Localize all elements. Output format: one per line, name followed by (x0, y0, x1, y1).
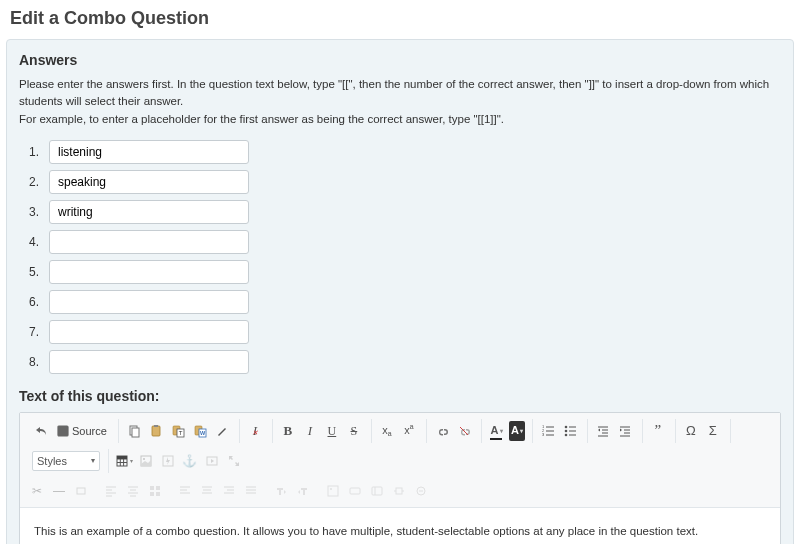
bg-color-icon[interactable]: A▾ (509, 421, 525, 441)
styles-dropdown[interactable]: Styles ▾ (32, 451, 100, 471)
answer-input-7[interactable] (49, 320, 249, 344)
tb2-ltr-icon[interactable] (271, 481, 291, 501)
blockquote-icon[interactable]: ” (648, 421, 668, 441)
paste-word-icon[interactable]: W (190, 421, 210, 441)
tb2-hr-icon[interactable]: ― (49, 481, 69, 501)
source-button[interactable]: Source (53, 421, 111, 441)
answers-help: Please enter the answers first. In the q… (19, 76, 781, 128)
help-line-2: For example, to enter a placeholder for … (19, 113, 504, 125)
styles-label: Styles (37, 455, 67, 467)
tb2-rtl-icon[interactable] (293, 481, 313, 501)
bullet-list-icon[interactable] (560, 421, 580, 441)
answer-input-2[interactable] (49, 170, 249, 194)
panel: Answers Please enter the answers first. … (6, 39, 794, 544)
answer-row: 5. (21, 260, 781, 284)
answer-row: 4. (21, 230, 781, 254)
svg-rect-37 (117, 456, 127, 459)
tb2-btn-b-icon[interactable] (367, 481, 387, 501)
anchor-icon[interactable]: ⚓ (180, 451, 200, 471)
editor-toolbar: Source T W I✕ B I U S x x (20, 413, 780, 508)
answer-number: 1. (21, 145, 49, 159)
svg-rect-70 (372, 487, 382, 495)
answer-input-5[interactable] (49, 260, 249, 284)
question-heading: Text of this question: (19, 388, 781, 404)
svg-rect-72 (396, 488, 402, 494)
paste-icon[interactable] (146, 421, 166, 441)
svg-text:3: 3 (542, 432, 545, 437)
italic-icon[interactable]: I (300, 421, 320, 441)
answer-input-8[interactable] (49, 350, 249, 374)
text-color-icon[interactable]: A▾ (487, 421, 507, 441)
copy-icon[interactable] (124, 421, 144, 441)
svg-rect-2 (132, 428, 139, 437)
answers-list: 1. 2. 3. 4. 5. 6. 7. 8. (21, 140, 781, 374)
answer-number: 4. (21, 235, 49, 249)
tb2-justify-right-icon[interactable] (219, 481, 239, 501)
embed-icon[interactable] (202, 451, 222, 471)
page-title: Edit a Combo Question (0, 0, 800, 39)
tb2-justify-center-icon[interactable] (197, 481, 217, 501)
svg-rect-52 (156, 486, 160, 490)
answer-number: 2. (21, 175, 49, 189)
paste-text-icon[interactable]: T (168, 421, 188, 441)
table-icon[interactable]: ▾ (114, 451, 134, 471)
image-icon[interactable] (136, 451, 156, 471)
svg-rect-54 (156, 492, 160, 496)
answer-input-4[interactable] (49, 230, 249, 254)
unlink-icon[interactable] (454, 421, 474, 441)
answer-number: 6. (21, 295, 49, 309)
answer-number: 3. (21, 205, 49, 219)
numbered-list-icon[interactable]: 123 (538, 421, 558, 441)
answer-number: 7. (21, 325, 49, 339)
outdent-icon[interactable] (593, 421, 613, 441)
caret-down-icon: ▾ (91, 456, 95, 465)
editor-content[interactable]: This is an example of a combo question. … (20, 508, 780, 544)
tb2-align-center-icon[interactable] (123, 481, 143, 501)
tb2-btn-d-icon[interactable] (411, 481, 431, 501)
tb2-grid1-icon[interactable] (145, 481, 165, 501)
flash-icon[interactable] (158, 451, 178, 471)
tb2-justify-left-icon[interactable] (175, 481, 195, 501)
answer-input-6[interactable] (49, 290, 249, 314)
superscript-icon[interactable]: x (399, 421, 419, 441)
svg-point-19 (565, 429, 568, 432)
svg-text:W: W (200, 430, 206, 436)
svg-rect-42 (77, 488, 85, 494)
tb2-btn-c-icon[interactable] (389, 481, 409, 501)
tb2-align-left-icon[interactable] (101, 481, 121, 501)
answer-row: 1. (21, 140, 781, 164)
link-icon[interactable] (432, 421, 452, 441)
source-icon (57, 425, 69, 437)
svg-point-18 (565, 425, 568, 428)
source-label: Source (72, 425, 107, 437)
tb2-img2-icon[interactable] (323, 481, 343, 501)
indent-icon[interactable] (615, 421, 635, 441)
strike-icon[interactable]: S (344, 421, 364, 441)
svg-rect-4 (154, 425, 158, 427)
svg-rect-3 (152, 426, 160, 436)
special-char-icon[interactable]: Ω (681, 421, 701, 441)
answer-input-3[interactable] (49, 200, 249, 224)
underline-icon[interactable]: U (322, 421, 342, 441)
help-line-1: Please enter the answers first. In the q… (19, 78, 769, 107)
tb2-btn-a-icon[interactable] (345, 481, 365, 501)
svg-rect-53 (150, 492, 154, 496)
editor-paragraph-1: This is an example of a combo question. … (34, 522, 766, 540)
undo-icon[interactable] (31, 421, 51, 441)
answer-input-1[interactable] (49, 140, 249, 164)
answer-row: 6. (21, 290, 781, 314)
brush-icon[interactable] (212, 421, 232, 441)
tb2-justify-full-icon[interactable] (241, 481, 261, 501)
maximize-icon[interactable] (224, 451, 244, 471)
remove-format-icon[interactable]: I✕ (245, 421, 265, 441)
svg-rect-67 (328, 486, 338, 496)
answer-row: 7. (21, 320, 781, 344)
tb2-cut-icon[interactable]: ✂ (27, 481, 47, 501)
tb2-div-icon[interactable] (71, 481, 91, 501)
subscript-icon[interactable]: x (377, 421, 397, 441)
bold-icon[interactable]: B (278, 421, 298, 441)
math-icon[interactable]: Σ (703, 421, 723, 441)
answer-row: 3. (21, 200, 781, 224)
svg-point-68 (330, 488, 332, 490)
svg-point-20 (565, 433, 568, 436)
